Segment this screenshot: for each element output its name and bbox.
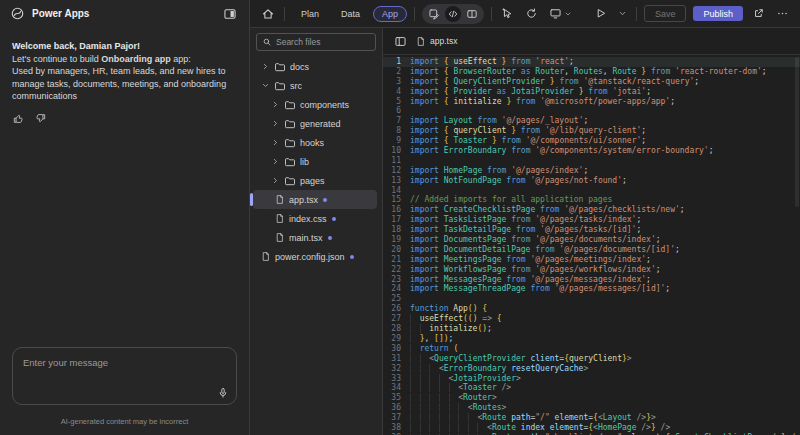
code-line-22[interactable]: 22import WorkflowsPage from '@/pages/wor… bbox=[383, 265, 800, 275]
app-title: Power Apps bbox=[32, 8, 214, 19]
tree-folder-pages[interactable]: pages bbox=[253, 171, 377, 190]
code-line-34[interactable]: 34 <Toaster /> bbox=[383, 383, 800, 393]
code-line-5[interactable]: 5import { initialize } from '@microsoft/… bbox=[383, 97, 800, 107]
design-view-icon[interactable] bbox=[426, 6, 442, 22]
panel-toggle-icon[interactable] bbox=[221, 5, 239, 23]
code-line-35[interactable]: 35 <Router> bbox=[383, 393, 800, 403]
folder-icon bbox=[284, 118, 296, 130]
line-number: 22 bbox=[383, 265, 410, 275]
code-line-29[interactable]: 29 }, []); bbox=[383, 334, 800, 344]
toolbar-tab-app[interactable]: App bbox=[373, 6, 407, 22]
code-text: }, []); bbox=[410, 334, 453, 344]
code-line-14[interactable]: 14 bbox=[383, 186, 800, 196]
code-line-2[interactable]: 2import { BrowserRouter as Router, Route… bbox=[383, 67, 800, 77]
code-line-24[interactable]: 24import MessageThreadPage from '@/pages… bbox=[383, 284, 800, 294]
code-line-13[interactable]: 13import NotFoundPage from '@/pages/not-… bbox=[383, 176, 800, 186]
toolbar-tab-data[interactable]: Data bbox=[332, 6, 369, 22]
code-line-9[interactable]: 9import { Toaster } from '@/components/u… bbox=[383, 136, 800, 146]
code-line-19[interactable]: 19import DocumentsPage from '@/pages/doc… bbox=[383, 235, 800, 245]
tree-folder-components[interactable]: components bbox=[253, 95, 377, 114]
code-line-25[interactable]: 25 bbox=[383, 294, 800, 304]
code-text: <ErrorBoundary resetQueryCache> bbox=[410, 364, 588, 374]
tree-folder-docs[interactable]: docs bbox=[253, 57, 377, 76]
tree-folder-src[interactable]: src bbox=[253, 76, 377, 95]
line-number: 13 bbox=[383, 176, 410, 186]
tree-file-power-config-json[interactable]: power.config.json bbox=[253, 247, 377, 266]
modified-dot bbox=[328, 236, 332, 240]
split-view-icon[interactable] bbox=[464, 6, 480, 22]
folder-icon bbox=[284, 137, 296, 149]
code-line-1[interactable]: 1import { useEffect } from 'react'; bbox=[383, 57, 800, 67]
tree-file-index-css[interactable]: index.css bbox=[253, 209, 377, 228]
toolbar-tab-plan[interactable]: Plan bbox=[292, 6, 328, 22]
code-line-11[interactable]: 11 bbox=[383, 156, 800, 166]
code-line-8[interactable]: 8import { queryClient } from '@/lib/quer… bbox=[383, 126, 800, 136]
publish-button[interactable]: Publish bbox=[693, 6, 743, 21]
folder-icon bbox=[284, 99, 296, 111]
run-options-chevron-icon[interactable] bbox=[616, 7, 629, 20]
line-number: 36 bbox=[383, 403, 410, 413]
code-text: import TaskDetailPage from '@/pages/task… bbox=[410, 225, 641, 235]
search-input[interactable] bbox=[276, 37, 370, 47]
tree-folder-lib[interactable]: lib bbox=[253, 152, 377, 171]
inspect-icon[interactable] bbox=[499, 5, 516, 22]
code-text: import { BrowserRouter as Router, Routes… bbox=[410, 67, 767, 77]
code-line-26[interactable]: 26function App() { bbox=[383, 304, 800, 314]
code-line-36[interactable]: 36 <Routes> bbox=[383, 403, 800, 413]
run-icon[interactable] bbox=[592, 5, 609, 22]
code-line-21[interactable]: 21import MeetingsPage from '@/pages/meet… bbox=[383, 255, 800, 265]
code-text: <Toaster /> bbox=[410, 383, 511, 393]
thumbs-down-icon[interactable] bbox=[34, 112, 47, 125]
code-line-31[interactable]: 31 <QueryClientProvider client={queryCli… bbox=[383, 354, 800, 364]
line-number: 37 bbox=[383, 413, 410, 423]
editor-tab[interactable]: app.tsx bbox=[416, 36, 457, 47]
modified-dot bbox=[323, 198, 327, 202]
code-line-12[interactable]: 12import HomePage from '@/pages/index'; bbox=[383, 166, 800, 176]
code-line-18[interactable]: 18import TaskDetailPage from '@/pages/ta… bbox=[383, 225, 800, 235]
code-view-icon[interactable] bbox=[445, 6, 461, 22]
editor-scrollbar[interactable] bbox=[795, 57, 799, 207]
save-button[interactable]: Save bbox=[644, 5, 687, 22]
code-line-37[interactable]: 37 <Route path="/" element={<Layout />}> bbox=[383, 413, 800, 423]
toggle-sidebar-icon[interactable] bbox=[392, 33, 409, 50]
code-line-6[interactable]: 6 bbox=[383, 106, 800, 116]
code-area[interactable]: 1import { useEffect } from 'react';2impo… bbox=[383, 55, 800, 435]
code-line-27[interactable]: 27 useEffect(() => { bbox=[383, 314, 800, 324]
file-icon bbox=[275, 232, 285, 243]
home-icon[interactable] bbox=[259, 5, 277, 23]
more-icon[interactable] bbox=[774, 5, 791, 22]
code-line-23[interactable]: 23import MessagesPage from '@/pages/mess… bbox=[383, 275, 800, 285]
message-input-box[interactable] bbox=[12, 347, 237, 405]
code-line-3[interactable]: 3import { QueryClientProvider } from '@t… bbox=[383, 77, 800, 87]
line-number: 4 bbox=[383, 87, 410, 97]
code-line-15[interactable]: 15// Added imports for all application p… bbox=[383, 195, 800, 205]
thumbs-up-icon[interactable] bbox=[12, 112, 25, 125]
code-line-20[interactable]: 20import DocumentDetailPage from '@/page… bbox=[383, 245, 800, 255]
tree-folder-hooks[interactable]: hooks bbox=[253, 133, 377, 152]
tree-item-label: app.tsx bbox=[289, 195, 318, 205]
microphone-icon[interactable] bbox=[217, 387, 229, 399]
search-box[interactable] bbox=[256, 33, 376, 51]
code-line-30[interactable]: 30 return ( bbox=[383, 344, 800, 354]
code-line-38[interactable]: 38 <Route index element={<HomePage />} /… bbox=[383, 423, 800, 433]
code-line-33[interactable]: 33 <JotaiProvider> bbox=[383, 374, 800, 384]
device-preview-icon[interactable] bbox=[547, 5, 574, 22]
line-number: 18 bbox=[383, 225, 410, 235]
welcome-line: Let's continue to build Onboarding app a… bbox=[12, 53, 237, 66]
top-toolbar: PlanDataApp bbox=[250, 0, 800, 28]
share-icon[interactable] bbox=[750, 5, 767, 22]
message-input[interactable] bbox=[13, 348, 236, 404]
code-line-7[interactable]: 7import Layout from '@/pages/_layout'; bbox=[383, 116, 800, 126]
tree-file-main-tsx[interactable]: main.tsx bbox=[253, 228, 377, 247]
refresh-icon[interactable] bbox=[523, 5, 540, 22]
tree-item-label: lib bbox=[300, 157, 309, 167]
code-line-17[interactable]: 17import TasksListPage from '@/pages/tas… bbox=[383, 215, 800, 225]
code-line-16[interactable]: 16import CreateChecklistPage from '@/pag… bbox=[383, 205, 800, 215]
code-line-4[interactable]: 4import { Provider as JotaiProvider } fr… bbox=[383, 87, 800, 97]
code-line-10[interactable]: 10import ErrorBoundary from '@/component… bbox=[383, 146, 800, 156]
tree-file-app-tsx[interactable]: app.tsx bbox=[253, 190, 377, 209]
chevron-right-icon bbox=[271, 100, 280, 109]
code-line-28[interactable]: 28 initialize(); bbox=[383, 324, 800, 334]
code-line-32[interactable]: 32 <ErrorBoundary resetQueryCache> bbox=[383, 364, 800, 374]
tree-folder-generated[interactable]: generated bbox=[253, 114, 377, 133]
